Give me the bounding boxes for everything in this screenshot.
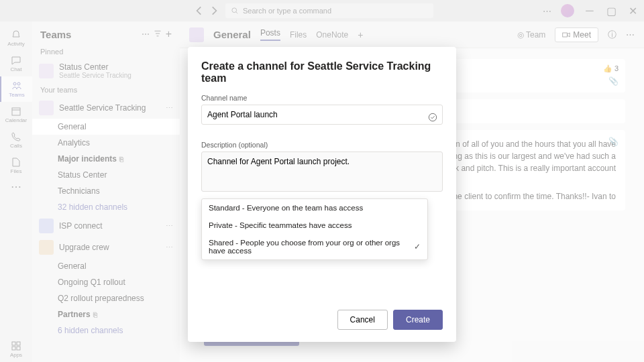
create-button[interactable]: Create <box>393 310 443 330</box>
create-channel-modal: Create a channel for Seattle Service Tra… <box>188 47 456 342</box>
name-label: Channel name <box>201 94 443 102</box>
channel-name-input[interactable] <box>201 105 443 125</box>
description-input[interactable] <box>201 152 443 192</box>
check-icon: ✓ <box>414 242 421 251</box>
channel-type-dropdown: Standard - Everyone on the team has acce… <box>201 198 428 260</box>
option-standard[interactable]: Standard - Everyone on the team has acce… <box>202 199 427 217</box>
check-icon <box>428 113 437 125</box>
modal-title: Create a channel for Seattle Service Tra… <box>201 60 443 84</box>
option-private[interactable]: Private - Specific teammates have access <box>202 217 427 234</box>
option-shared[interactable]: Shared - People you choose from your org… <box>202 234 427 259</box>
svg-point-9 <box>429 113 436 121</box>
cancel-button[interactable]: Cancel <box>337 310 388 330</box>
desc-label: Description (optional) <box>201 141 443 149</box>
